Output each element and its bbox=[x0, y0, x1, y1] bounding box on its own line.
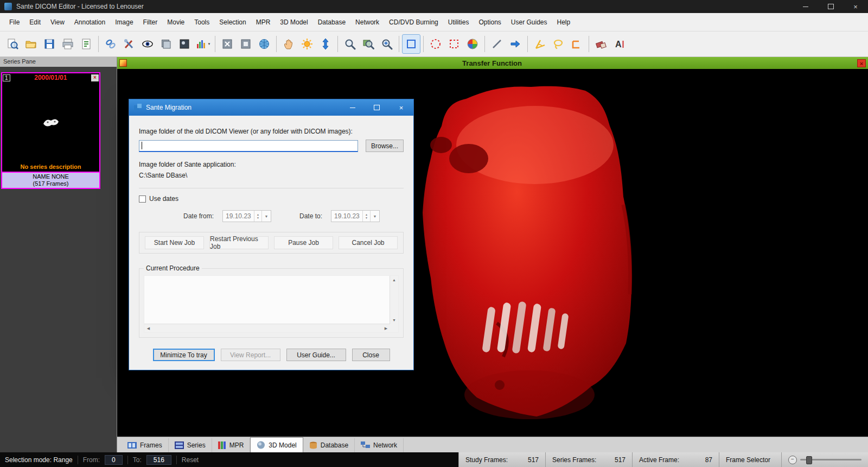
scroll-left-icon[interactable]: ◀ bbox=[144, 324, 152, 332]
start-new-job-button[interactable]: Start New Job bbox=[145, 236, 204, 249]
series-thumbnail-card[interactable]: 1 2000/01/01 × No series description NAM… bbox=[1, 72, 100, 189]
print-preview-icon[interactable] bbox=[3, 34, 22, 54]
status-left: Selection mode: Range From: 0 To: 516 Re… bbox=[0, 452, 458, 467]
browse-button[interactable]: Browse... bbox=[366, 140, 404, 152]
brightness-icon[interactable] bbox=[298, 34, 316, 54]
date-from-spinner[interactable]: ▲▼ bbox=[254, 211, 261, 222]
menu-item-edit[interactable]: Edit bbox=[24, 16, 46, 29]
dialog-close-action-button[interactable]: Close bbox=[352, 349, 390, 361]
open-folder-icon[interactable] bbox=[22, 34, 40, 54]
view-eye-icon[interactable] bbox=[138, 34, 157, 54]
menu-item-file[interactable]: File bbox=[4, 16, 24, 29]
frame-selector-slider-thumb[interactable] bbox=[806, 456, 812, 464]
menu-item-network[interactable]: Network bbox=[350, 16, 384, 29]
menu-item-annotation[interactable]: Annotation bbox=[69, 16, 110, 29]
pause-job-button[interactable]: Pause Job bbox=[274, 236, 333, 249]
series-tab-icon bbox=[175, 441, 184, 449]
cancel-job-button[interactable]: Cancel Job bbox=[339, 236, 398, 249]
tab-mpr[interactable]: MPR bbox=[212, 438, 251, 452]
pan-hand-icon[interactable] bbox=[279, 34, 298, 54]
color-select-icon[interactable] bbox=[463, 34, 482, 54]
menu-item-movie[interactable]: Movie bbox=[162, 16, 189, 29]
user-guide-button[interactable]: User Guide... bbox=[286, 349, 346, 361]
dialog-maximize-button[interactable] bbox=[365, 99, 389, 116]
tab-frames[interactable]: Frames bbox=[122, 438, 169, 452]
menu-item-tools[interactable]: Tools bbox=[189, 16, 214, 29]
scroll-right-icon[interactable]: ▶ bbox=[382, 324, 390, 332]
menu-item-help[interactable]: Help bbox=[552, 16, 576, 29]
tab-series[interactable]: Series bbox=[169, 438, 212, 452]
frame-selector-minus-button[interactable]: − bbox=[788, 456, 797, 464]
tab-3d-model[interactable]: 3D Model bbox=[250, 437, 303, 452]
dialog-close-button[interactable]: × bbox=[389, 99, 413, 116]
eraser-icon[interactable] bbox=[592, 34, 610, 54]
date-to-dropdown-icon[interactable]: ▼ bbox=[370, 211, 379, 222]
transfer-function-close-icon[interactable]: × bbox=[857, 59, 866, 67]
minimize-button[interactable] bbox=[793, 0, 818, 13]
menu-item-options[interactable]: Options bbox=[474, 16, 506, 29]
stack-icon[interactable] bbox=[157, 34, 175, 54]
date-from-picker[interactable]: 19.10.23 ▲▼ ▼ bbox=[222, 210, 271, 222]
menu-item-cddvd-burning[interactable]: CD/DVD Burning bbox=[384, 16, 443, 29]
rect-select-icon[interactable] bbox=[402, 34, 420, 54]
menu-item-database[interactable]: Database bbox=[313, 16, 350, 29]
text-annotation-icon[interactable]: A bbox=[610, 34, 629, 54]
angle-icon[interactable] bbox=[531, 34, 549, 54]
old-folder-input[interactable] bbox=[139, 140, 358, 152]
arrow-annotation-icon[interactable] bbox=[506, 34, 525, 54]
menu-item-filter[interactable]: Filter bbox=[138, 16, 163, 29]
dialog-minimize-button[interactable] bbox=[340, 99, 365, 116]
menu-item-user-guides[interactable]: User Guides bbox=[506, 16, 552, 29]
zoom-region-icon[interactable] bbox=[359, 34, 378, 54]
to-value[interactable]: 516 bbox=[146, 455, 171, 465]
freehand-select-icon[interactable] bbox=[445, 34, 463, 54]
use-dates-checkbox[interactable] bbox=[139, 195, 146, 203]
scroll-up-icon[interactable]: ▲ bbox=[390, 276, 398, 284]
menu-item-3d-model[interactable]: 3D Model bbox=[275, 16, 312, 29]
menu-item-mpr[interactable]: MPR bbox=[251, 16, 276, 29]
vertical-scrollbar[interactable]: ▲ ▼ bbox=[390, 276, 398, 324]
minimize-to-tray-button[interactable]: Minimize To tray bbox=[153, 349, 215, 361]
link-series-icon[interactable] bbox=[101, 34, 120, 54]
date-from-value[interactable]: 19.10.23 bbox=[223, 211, 254, 222]
actual-size-icon[interactable] bbox=[237, 34, 255, 54]
menu-item-view[interactable]: View bbox=[46, 16, 69, 29]
corner-measure-icon[interactable] bbox=[567, 34, 586, 54]
zoom-icon[interactable] bbox=[341, 34, 359, 54]
fit-to-window-icon[interactable] bbox=[218, 34, 237, 54]
ellipse-select-icon[interactable] bbox=[426, 34, 445, 54]
save-icon[interactable] bbox=[40, 34, 59, 54]
menu-item-utilities[interactable]: Utilities bbox=[443, 16, 474, 29]
scroll-down-icon[interactable]: ▼ bbox=[390, 316, 398, 324]
frame-selector-slider[interactable] bbox=[800, 459, 861, 460]
menu-item-image[interactable]: Image bbox=[110, 16, 138, 29]
histogram-icon[interactable]: ▼ bbox=[194, 34, 212, 54]
procedure-log-area[interactable]: ▲ ▼ ◀ ▶ bbox=[144, 275, 399, 333]
maximize-button[interactable] bbox=[818, 0, 843, 13]
date-to-value[interactable]: 19.10.23 bbox=[331, 211, 362, 222]
date-to-picker[interactable]: 19.10.23 ▲▼ ▼ bbox=[331, 210, 380, 222]
magnify-glass-icon[interactable] bbox=[378, 34, 396, 54]
menu-bar: File Edit View Annotation Image Filter M… bbox=[0, 13, 868, 31]
date-to-spinner[interactable]: ▲▼ bbox=[362, 211, 370, 222]
tools-icon[interactable] bbox=[120, 34, 138, 54]
series-close-icon[interactable]: × bbox=[91, 74, 99, 81]
globe-icon[interactable] bbox=[255, 34, 273, 54]
reset-button[interactable]: Reset bbox=[182, 456, 199, 464]
restart-previous-job-button[interactable]: Restart Previous Job bbox=[209, 236, 269, 249]
print-icon[interactable] bbox=[59, 34, 77, 54]
from-value[interactable]: 0 bbox=[105, 455, 123, 465]
menu-item-selection[interactable]: Selection bbox=[214, 16, 251, 29]
tab-database[interactable]: Database bbox=[303, 438, 355, 452]
dialog-title-bar[interactable]: Sante Migration × bbox=[129, 99, 413, 116]
scroll-frames-icon[interactable] bbox=[316, 34, 335, 54]
horizontal-scrollbar[interactable]: ◀ ▶ bbox=[144, 324, 390, 332]
tab-network[interactable]: Network bbox=[355, 438, 404, 452]
window-level-icon[interactable] bbox=[175, 34, 194, 54]
close-button[interactable]: × bbox=[843, 0, 868, 13]
series-thumbnail-image[interactable] bbox=[2, 82, 99, 162]
date-from-dropdown-icon[interactable]: ▼ bbox=[261, 211, 271, 222]
curve-icon[interactable] bbox=[549, 34, 567, 54]
ruler-icon[interactable] bbox=[488, 34, 506, 54]
report-icon[interactable] bbox=[77, 34, 95, 54]
